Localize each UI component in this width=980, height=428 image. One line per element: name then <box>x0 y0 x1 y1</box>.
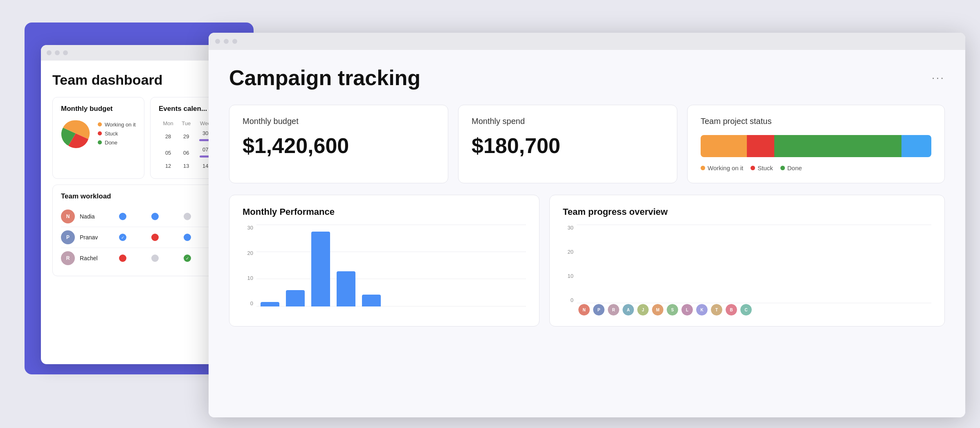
gridline <box>577 225 931 225</box>
team-budget-card: Monthly budget <box>52 97 144 179</box>
bar-seg-stuck <box>747 135 775 157</box>
legend-label-done: Done <box>105 140 117 146</box>
monthly-budget-value: $1,420,600 <box>243 133 435 158</box>
name-rachel: Rachel <box>80 255 103 261</box>
stat-cards-row: Monthly budget $1,420,600 Monthly spend … <box>229 105 945 183</box>
gridline <box>256 252 526 252</box>
legend-working: Working on it <box>701 164 743 171</box>
gridline <box>256 279 526 279</box>
window-dot-3 <box>63 50 68 55</box>
perf-bar-4 <box>337 271 355 306</box>
monthly-budget-card: Monthly budget $1,420,600 <box>229 105 448 183</box>
monthly-spend-label: Monthly spend <box>472 117 664 126</box>
monthly-performance-label: Monthly Performance <box>243 207 526 217</box>
monthly-spend-value: $180,700 <box>472 133 664 158</box>
progress-avatar-3: R <box>608 304 619 315</box>
bottom-charts-row: Monthly Performance 0 10 20 30 <box>229 195 945 327</box>
progress-chart-container: 0 10 20 30 <box>563 225 931 315</box>
progress-avatar-9: K <box>696 304 708 315</box>
name-nadia: Nadia <box>80 213 103 220</box>
progress-avatar-8: L <box>681 304 693 315</box>
legend-dot-stuck <box>98 131 102 135</box>
campaign-window-bar <box>209 33 965 50</box>
cal-cell: 29 <box>178 128 195 144</box>
dot <box>119 255 126 262</box>
cal-day-mon: Mon <box>159 119 178 128</box>
campaign-tracking-window: Campaign tracking ··· Monthly budget $1,… <box>209 33 965 417</box>
cal-day-tue: Tue <box>178 119 195 128</box>
bar-seg-working <box>701 135 747 157</box>
perf-bar-3 <box>311 232 330 306</box>
team-workload-title: Team workload <box>61 192 234 200</box>
legend-stuck: Stuck <box>751 164 773 171</box>
progress-avatar-11: B <box>726 304 737 315</box>
window-dot-1 <box>47 50 52 55</box>
team-project-stacked-bar <box>701 135 931 157</box>
y-label-10: 10 <box>243 275 255 281</box>
name-pranav: Pranav <box>80 234 103 241</box>
progress-avatar-5: J <box>637 304 649 315</box>
window-dot-2 <box>55 50 60 55</box>
legend-label-stuck: Stuck <box>757 164 773 171</box>
dot-check <box>119 234 126 241</box>
cal-cell: 12 <box>159 161 178 171</box>
legend-label-working: Working on it <box>708 164 743 171</box>
dot <box>151 255 159 262</box>
progress-avatar-1: N <box>578 304 590 315</box>
progress-avatar-2: P <box>593 304 605 315</box>
campaign-dot-1 <box>215 39 220 44</box>
prog-y-20: 20 <box>563 249 575 255</box>
y-label-30: 30 <box>243 225 255 231</box>
progress-bars <box>577 225 931 303</box>
dot <box>151 234 159 241</box>
progress-avatars: N P R A J M S L K T B C <box>577 303 931 315</box>
budget-legend: Working on it Stuck Done <box>98 122 136 146</box>
legend-stuck: Stuck <box>98 131 136 137</box>
legend-dot-done <box>98 140 102 144</box>
gridline <box>577 303 931 303</box>
legend-dot-stuck <box>751 166 755 170</box>
dot-check <box>184 255 191 262</box>
perf-bar-5 <box>362 295 381 306</box>
performance-chart-area <box>256 225 526 306</box>
progress-chart-inner: N P R A J M S L K T B C <box>577 225 931 315</box>
legend-label-stuck: Stuck <box>105 131 118 137</box>
workload-row-pranav: P Pranav <box>61 227 234 248</box>
monthly-spend-card: Monthly spend $180,700 <box>458 105 677 183</box>
campaign-title: Campaign tracking <box>229 65 420 90</box>
cal-cell: 28 <box>159 128 178 144</box>
legend-working: Working on it <box>98 122 136 128</box>
avatar-pranav: P <box>61 230 75 244</box>
legend-done: Done <box>780 164 802 171</box>
monthly-budget-label: Monthly budget <box>243 117 435 126</box>
campaign-dot-3 <box>232 39 237 44</box>
team-progress-label: Team progress overview <box>563 207 931 217</box>
prog-y-10: 10 <box>563 273 575 279</box>
bar-seg-done <box>774 135 901 157</box>
legend-done: Done <box>98 140 136 146</box>
more-options-button[interactable]: ··· <box>932 71 945 84</box>
progress-avatar-7: S <box>667 304 678 315</box>
team-project-status-card: Team project status Working on it Stuck <box>687 105 945 183</box>
dot <box>184 234 191 241</box>
campaign-dot-2 <box>224 39 229 44</box>
prog-y-0: 0 <box>563 297 575 303</box>
dot <box>119 213 126 220</box>
progress-avatar-10: T <box>711 304 722 315</box>
legend-label-done: Done <box>787 164 802 171</box>
dot <box>151 213 159 220</box>
performance-bars <box>256 225 526 306</box>
perf-bar-1 <box>261 302 279 306</box>
performance-chart-container: 0 10 20 30 <box>243 225 526 315</box>
bar-seg-extra <box>901 135 931 157</box>
progress-avatar-4: A <box>623 304 634 315</box>
legend-dot-working <box>701 166 705 170</box>
legend-dot-done <box>780 166 785 170</box>
workload-row-nadia: N Nadia <box>61 206 234 227</box>
gridline <box>256 225 526 225</box>
avatar-rachel: R <box>61 251 75 265</box>
y-label-20: 20 <box>243 250 255 256</box>
perf-bar-2 <box>286 290 305 306</box>
project-status-legend: Working on it Stuck Done <box>701 164 931 171</box>
legend-dot-working <box>98 122 102 126</box>
